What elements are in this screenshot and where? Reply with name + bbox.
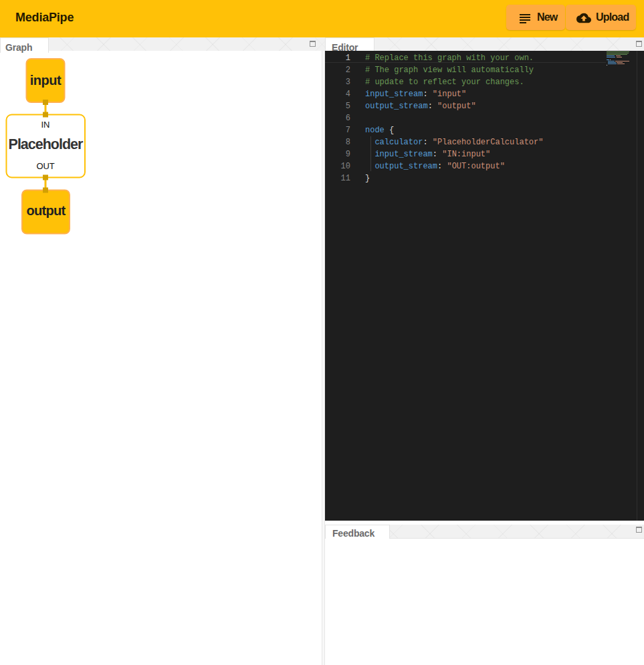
svg-text:output: output xyxy=(27,203,66,218)
svg-text:Placeholder: Placeholder xyxy=(9,136,84,152)
svg-text:IN: IN xyxy=(41,120,50,130)
svg-text:input: input xyxy=(30,73,62,88)
svg-text:OUT: OUT xyxy=(37,161,55,171)
